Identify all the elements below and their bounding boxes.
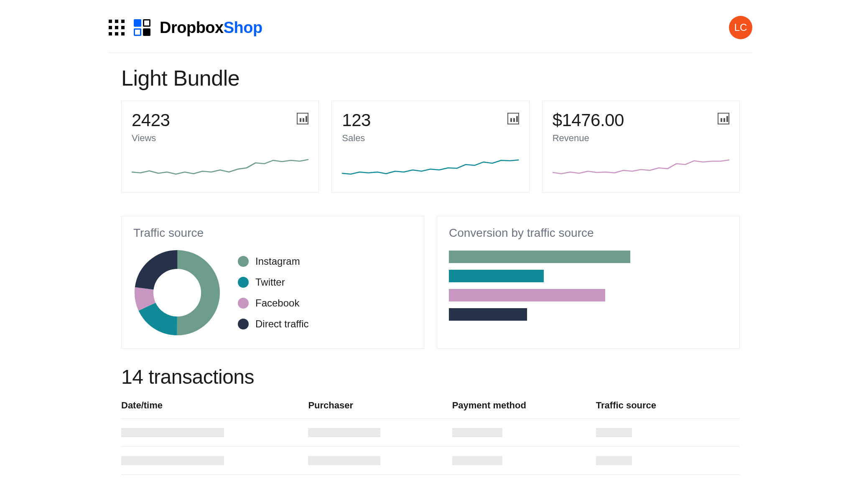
dropbox-shop-logo-icon (134, 19, 150, 36)
avatar-initials: LC (734, 22, 747, 33)
col-traffic-source: Traffic source (596, 400, 740, 411)
svg-point-0 (156, 272, 198, 314)
bar-chart-icon (507, 113, 519, 124)
legend-swatch (238, 319, 249, 329)
legend-swatch (238, 256, 249, 267)
metric-value: 123 (342, 110, 519, 130)
conversion-bar-facebook (449, 289, 605, 301)
bar-chart-icon (718, 113, 729, 124)
brand-word-2: Shop (224, 19, 262, 36)
col-date-time: Date/time (121, 400, 308, 411)
traffic-donut-chart (133, 249, 221, 337)
bar-chart-icon (297, 113, 308, 124)
skeleton-cell (452, 456, 502, 465)
skeleton-cell (452, 428, 502, 437)
brand-area: DropboxShop (109, 19, 262, 37)
metric-card-views[interactable]: 2423 Views (121, 101, 319, 192)
skeleton-cell (596, 456, 632, 465)
panel-title: Conversion by traffic source (449, 226, 728, 240)
skeleton-cell (121, 456, 224, 465)
user-avatar[interactable]: LC (729, 16, 752, 39)
col-payment-method: Payment method (452, 400, 596, 411)
transactions-heading: 14 transactions (121, 365, 740, 388)
legend-swatch (238, 277, 249, 288)
traffic-source-panel: Traffic source Instagram (121, 216, 424, 349)
metric-label: Views (132, 133, 308, 144)
table-row (121, 447, 740, 475)
conversion-panel: Conversion by traffic source (437, 216, 740, 349)
col-purchaser: Purchaser (308, 400, 452, 411)
brand-word-1: Dropbox (160, 19, 224, 36)
page-title: Light Bundle (121, 66, 740, 91)
app-switcher-icon[interactable] (109, 20, 125, 35)
legend-label: Direct traffic (255, 318, 309, 330)
metric-label: Sales (342, 133, 519, 144)
legend-item-twitter: Twitter (238, 276, 309, 288)
transactions-table-header: Date/time Purchaser Payment method Traff… (121, 400, 740, 419)
metric-value: $1476.00 (553, 110, 729, 130)
brand-wordmark: DropboxShop (160, 19, 262, 37)
metric-card-sales[interactable]: 123 Sales (331, 101, 529, 192)
metric-card-revenue[interactable]: $1476.00 Revenue (542, 101, 740, 192)
panel-title: Traffic source (133, 226, 412, 240)
revenue-sparkline (553, 155, 729, 180)
sales-sparkline (342, 155, 519, 180)
conversion-bar-direct (449, 308, 527, 321)
metric-value: 2423 (132, 110, 308, 130)
skeleton-cell (121, 428, 224, 437)
legend-label: Facebook (255, 297, 299, 309)
traffic-legend: Instagram Twitter Facebook Direct t (238, 256, 309, 330)
conversion-bars (449, 249, 728, 321)
legend-item-facebook: Facebook (238, 297, 309, 309)
legend-label: Twitter (255, 276, 285, 288)
legend-label: Instagram (255, 256, 300, 267)
table-row (121, 419, 740, 447)
legend-item-direct: Direct traffic (238, 318, 309, 330)
top-bar: DropboxShop LC (109, 0, 752, 53)
views-sparkline (132, 155, 308, 180)
skeleton-cell (596, 428, 632, 437)
legend-item-instagram: Instagram (238, 256, 309, 267)
metric-label: Revenue (553, 133, 729, 144)
skeleton-cell (308, 428, 380, 437)
metric-cards: 2423 Views 123 Sales $1476.00 Revenue (121, 101, 740, 192)
legend-swatch (238, 298, 249, 309)
skeleton-cell (308, 456, 380, 465)
conversion-bar-instagram (449, 251, 630, 263)
conversion-bar-twitter (449, 270, 544, 282)
